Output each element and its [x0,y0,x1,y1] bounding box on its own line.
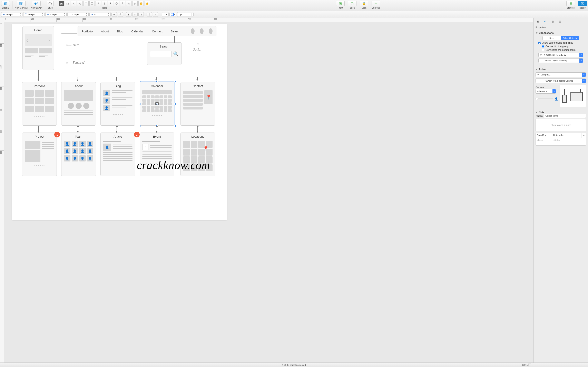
wireframe-card[interactable]: About [61,82,96,125]
lock-button[interactable]: 🔒 [360,1,368,6]
nav-item[interactable]: Blog [117,30,123,33]
nav-bar[interactable]: PortfolioAboutBlogCalendarContactSearch [78,26,216,36]
y-input[interactable] [28,13,41,16]
chevron-down-icon[interactable]: ▾ [579,58,583,63]
rotate-handle[interactable] [156,103,158,105]
dist-h-button[interactable]: ┆ [147,12,152,17]
w-input[interactable] [50,13,63,16]
seg-other[interactable]: Other Objects [561,36,579,40]
nav-item[interactable]: Contact [152,30,163,33]
rot-field[interactable]: ⟳ ▴▾ [89,12,111,17]
seg-lines[interactable]: Lines [543,36,561,40]
wireframe-card[interactable]: Locations 📍 [181,133,215,176]
radio-comp[interactable] [542,49,544,51]
allow-checkbox[interactable] [538,42,541,44]
y-field[interactable]: ⤒ ▴▾ [23,12,44,17]
flip-v-button[interactable]: ⇵ [118,12,123,17]
add-row-button[interactable]: ＋ [581,133,586,138]
nav-item[interactable]: Search [171,30,181,33]
social-icon[interactable] [191,28,195,34]
tool-button[interactable]: ▣ [59,1,64,6]
canvas-thumbnail[interactable] [560,85,586,107]
connect-group-radio[interactable]: Connect to the group [542,45,586,48]
style-button[interactable]: ◯ [47,1,54,6]
tab-canvas-icon[interactable]: ▦ [550,19,555,24]
wireframe-card[interactable]: Portfolio [22,82,57,125]
slider-thumb[interactable] [536,98,538,100]
chevron-down-icon[interactable]: ▾ [582,73,586,77]
align-right-button[interactable]: ▮ [138,12,144,17]
back-button[interactable]: ▢ [348,1,356,6]
tool-button[interactable]: ☐ [89,1,95,6]
ruler-origin[interactable]: + [0,18,4,22]
tool-button[interactable]: ⬚ [65,1,70,6]
kv-val-cell[interactable]: <data> [552,138,586,142]
tab-document-icon[interactable]: ▤ [558,19,562,24]
jump-dropdown[interactable]: ↪ Jump to… ▾ [536,72,586,77]
tool-button[interactable]: ⌕ [132,1,138,6]
stencils-button[interactable]: ⊞ [566,1,575,6]
wireframe-card[interactable]: Event 8 [140,133,174,176]
switch-dropdown[interactable]: Switch to a Specific Canvas ▾ [536,78,586,83]
tool-button[interactable]: ⅄ [108,1,113,6]
rot-input[interactable] [94,13,107,16]
home-card[interactable]: Home ‹ › [22,26,54,70]
chevron-down-icon[interactable]: ▾ [553,89,556,93]
search-card[interactable]: Search 🔍 [147,42,182,65]
nav-item[interactable]: Portfolio [81,30,93,33]
ruler-horizontal[interactable]: 0100200300400500600700800 [4,18,533,22]
tool-button[interactable]: ╲ [71,1,76,6]
kv-key-cell[interactable]: <key> [536,138,552,142]
canvas-dropdown[interactable]: Wireframe ▾ [536,89,556,94]
note-textarea[interactable]: Click to add a note [536,119,586,131]
front-button[interactable]: ▣ [336,1,345,6]
flip-h-button[interactable]: ⇋ [112,12,117,17]
prev-icon[interactable]: ‹ [26,37,28,43]
align-center-button[interactable]: ▯ [132,12,138,17]
chevron-down-icon[interactable]: ▾ [579,53,583,57]
connect-components-radio[interactable]: Connect to the components [542,49,586,51]
tool-button[interactable]: ⬡ [114,1,119,6]
sidebar-toggle-button[interactable]: ◧ [1,1,10,6]
next-icon[interactable]: › [48,37,50,43]
allow-connections-check[interactable]: Allow connections from lines [538,42,586,44]
tool-button[interactable]: ∩ [126,1,131,6]
zoom-control[interactable]: 129% ▴▾ [522,364,531,366]
canvas-viewport[interactable]: Home ‹ › [4,22,533,363]
tab-properties-icon[interactable]: ⚙ [543,19,547,24]
w-field[interactable]: ↔ ▴▾ [45,12,67,17]
h-input[interactable] [72,13,85,16]
tool-button[interactable]: ☝ [145,1,150,6]
tool-button[interactable]: ⌒ [83,1,89,6]
new-layer-button[interactable]: ◆⁺ [32,1,41,6]
inspect-button[interactable]: ⓘ [578,1,587,6]
wireframe-card[interactable]: Team 👤👤👤👤👤👤👤👤👤👤👤👤 [61,133,96,176]
connections-segment[interactable]: Lines Other Objects [543,36,579,40]
stroke-color-button[interactable]: ▾ [169,12,176,17]
fill-color-button[interactable]: ▾ [162,12,169,17]
new-canvas-button[interactable]: ▤⁺ [17,1,26,6]
nav-item[interactable]: Calendar [131,30,144,33]
canvas-page[interactable]: Home ‹ › [12,24,227,220]
wireframe-card[interactable]: Project [22,133,57,176]
tool-button[interactable]: ⌇ [102,1,107,6]
stroke-input[interactable] [178,13,191,16]
ungroup-button[interactable]: ✧ [372,1,380,6]
wireframe-card[interactable]: Article 👤 [100,133,135,176]
social-icon[interactable] [209,28,213,34]
canvas-area[interactable]: + 0100200300400500600700800 010020030040… [0,18,533,363]
data-table[interactable]: Data Key Data Value ＋ <key> <data> [536,133,586,146]
wireframe-card[interactable]: Blog 👤 👤 👤 [100,82,135,125]
tool-button[interactable]: A [77,1,82,6]
stroke-weight[interactable]: ▴▾ [177,12,194,17]
tool-button[interactable]: ♯ [95,1,101,6]
chevron-down-icon[interactable]: ▾ [582,79,586,83]
tab-object-icon[interactable]: ▣ [536,19,540,24]
nav-item[interactable]: About [101,30,109,33]
dist-v-button[interactable]: ┄ [153,12,158,17]
social-icon[interactable] [200,28,204,34]
x-field[interactable]: ⇤ ▴▾ [1,12,22,17]
magnets-dropdown[interactable]: ✥ 4 magnets: N, S, E, W ▾ [538,53,583,57]
ruler-vertical[interactable]: 0100200300400500600 [0,22,4,363]
tool-button[interactable]: ⟟ [120,1,125,6]
